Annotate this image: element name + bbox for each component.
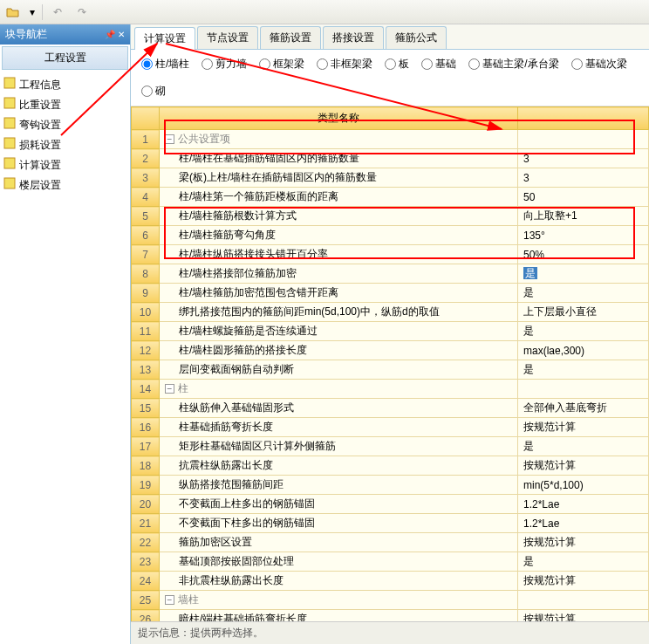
- table-row[interactable]: 22箍筋加密区设置按规范计算: [132, 533, 649, 552]
- row-name[interactable]: 箍筋加密区设置: [160, 533, 518, 552]
- row-name[interactable]: 柱纵筋伸入基础锚固形式: [160, 399, 518, 418]
- collapse-icon[interactable]: −: [165, 384, 174, 394]
- row-name[interactable]: −墙柱: [160, 591, 518, 610]
- tab-2[interactable]: 箍筋设置: [260, 26, 321, 49]
- radio-7[interactable]: 基础次梁: [571, 57, 627, 72]
- row-value[interactable]: 50: [518, 188, 649, 207]
- row-value[interactable]: 是: [518, 437, 649, 456]
- row-name[interactable]: 层间变截面钢筋自动判断: [160, 360, 518, 380]
- row-name[interactable]: 柱/墙柱纵筋搭接接头错开百分率: [160, 245, 518, 264]
- row-value[interactable]: 按规范计算: [518, 610, 649, 622]
- dropdown-icon[interactable]: ▾: [28, 3, 37, 22]
- row-name[interactable]: 纵筋搭接范围箍筋间距: [160, 476, 518, 495]
- row-value[interactable]: 按规范计算: [518, 418, 649, 437]
- radio-input-2[interactable]: [259, 58, 270, 70]
- row-value[interactable]: [518, 591, 649, 610]
- row-name[interactable]: −公共设置项: [160, 130, 518, 149]
- row-value[interactable]: [518, 380, 649, 399]
- radio-2[interactable]: 框架梁: [259, 57, 304, 72]
- radio-input-8[interactable]: [141, 86, 153, 97]
- table-row[interactable]: 2柱/墙柱在基础插筋锚固区内的箍筋数量3: [132, 149, 649, 168]
- table-row[interactable]: 19纵筋搭接范围箍筋间距min(5*d,100): [132, 476, 649, 495]
- row-value[interactable]: 是: [518, 322, 649, 341]
- table-row[interactable]: 18抗震柱纵筋露出长度按规范计算: [132, 456, 649, 476]
- row-value[interactable]: min(5*d,100): [518, 476, 649, 495]
- undo-icon[interactable]: ↶: [48, 3, 67, 22]
- radio-3[interactable]: 非框架梁: [317, 57, 372, 72]
- table-row[interactable]: 4柱/墙柱第一个箍筋距楼板面的距离50: [132, 188, 649, 207]
- row-name[interactable]: 柱/墙柱箍筋加密范围包含错开距离: [160, 284, 518, 303]
- table-row[interactable]: 8柱/墙柱搭接部位箍筋加密是: [132, 264, 649, 284]
- table-row[interactable]: 21不变截面下柱多出的钢筋锚固1.2*Lae: [132, 514, 649, 533]
- table-row[interactable]: 16柱基础插筋弯折长度按规范计算: [132, 418, 649, 437]
- tab-4[interactable]: 箍筋公式: [386, 26, 447, 49]
- radio-input-7[interactable]: [571, 58, 583, 70]
- table-row[interactable]: 24非抗震柱纵筋露出长度按规范计算: [132, 572, 649, 591]
- row-value[interactable]: 3: [518, 149, 649, 168]
- row-name[interactable]: 梁(板)上柱/墙柱在插筋锚固区内的箍筋数量: [160, 168, 518, 188]
- sidebar-item-4[interactable]: 计算设置: [2, 155, 128, 175]
- table-row[interactable]: 17矩形柱基础锚固区只计算外侧箍筋是: [132, 437, 649, 456]
- table-row[interactable]: 23基础顶部按嵌固部位处理是: [132, 552, 649, 572]
- sidebar-item-5[interactable]: 楼层设置: [2, 175, 128, 195]
- row-value[interactable]: 上下层最小直径: [518, 303, 649, 322]
- table-row[interactable]: 1−公共设置项: [132, 130, 649, 149]
- row-name[interactable]: −柱: [160, 380, 518, 399]
- radio-input-3[interactable]: [317, 58, 328, 70]
- row-value[interactable]: 向上取整+1: [518, 207, 649, 226]
- row-name[interactable]: 柱/墙柱螺旋箍筋是否连续通过: [160, 322, 518, 341]
- row-name[interactable]: 非抗震柱纵筋露出长度: [160, 572, 518, 591]
- row-value[interactable]: 是: [518, 552, 649, 572]
- table-row[interactable]: 7柱/墙柱纵筋搭接接头错开百分率50%: [132, 245, 649, 264]
- redo-icon[interactable]: ↷: [72, 3, 92, 22]
- tab-3[interactable]: 搭接设置: [323, 26, 384, 49]
- table-row[interactable]: 13层间变截面钢筋自动判断是: [132, 360, 649, 380]
- row-name[interactable]: 绑扎搭接范围内的箍筋间距min(5d,100)中，纵筋d的取值: [160, 303, 518, 322]
- radio-1[interactable]: 剪力墙: [202, 57, 247, 72]
- table-row[interactable]: 15柱纵筋伸入基础锚固形式全部伸入基底弯折: [132, 399, 649, 418]
- collapse-icon[interactable]: −: [165, 595, 174, 605]
- radio-4[interactable]: 板: [385, 57, 409, 72]
- folder-open-icon[interactable]: [3, 3, 23, 22]
- tab-1[interactable]: 节点设置: [197, 26, 258, 49]
- table-row[interactable]: 25−墙柱: [132, 591, 649, 610]
- sidebar-item-1[interactable]: 比重设置: [2, 95, 128, 115]
- table-row[interactable]: 9柱/墙柱箍筋加密范围包含错开距离是: [132, 284, 649, 303]
- pin-icon[interactable]: 📌 ✕: [105, 30, 125, 39]
- radio-6[interactable]: 基础主梁/承台梁: [468, 57, 558, 72]
- tab-0[interactable]: 计算设置: [134, 27, 195, 50]
- row-value[interactable]: 全部伸入基底弯折: [518, 399, 649, 418]
- radio-input-4[interactable]: [385, 58, 396, 70]
- radio-5[interactable]: 基础: [421, 57, 456, 72]
- table-row[interactable]: 14−柱: [132, 380, 649, 399]
- row-name[interactable]: 柱/墙柱箍筋根数计算方式: [160, 207, 518, 226]
- row-value[interactable]: 是: [518, 284, 649, 303]
- sidebar-subtitle[interactable]: 工程设置: [2, 46, 128, 70]
- row-value[interactable]: 按规范计算: [518, 572, 649, 591]
- row-value[interactable]: 按规范计算: [518, 456, 649, 476]
- radio-input-6[interactable]: [468, 58, 480, 70]
- row-value[interactable]: 1.2*Lae: [518, 495, 649, 514]
- row-value[interactable]: 135°: [518, 226, 649, 245]
- row-value[interactable]: 3: [518, 168, 649, 188]
- row-name[interactable]: 矩形柱基础锚固区只计算外侧箍筋: [160, 437, 518, 456]
- row-name[interactable]: 不变截面下柱多出的钢筋锚固: [160, 514, 518, 533]
- row-name[interactable]: 基础顶部按嵌固部位处理: [160, 552, 518, 572]
- sidebar-item-2[interactable]: 弯钩设置: [2, 115, 128, 135]
- row-name[interactable]: 柱/墙柱圆形箍筋的搭接长度: [160, 341, 518, 360]
- row-name[interactable]: 柱/墙柱第一个箍筋距楼板面的距离: [160, 188, 518, 207]
- table-row[interactable]: 12柱/墙柱圆形箍筋的搭接长度max(lae,300): [132, 341, 649, 360]
- row-name[interactable]: 柱/墙柱搭接部位箍筋加密: [160, 264, 518, 284]
- table-row[interactable]: 26暗柱/端柱基础插筋弯折长度按规范计算: [132, 610, 649, 622]
- table-row[interactable]: 11柱/墙柱螺旋箍筋是否连续通过是: [132, 322, 649, 341]
- row-name[interactable]: 抗震柱纵筋露出长度: [160, 456, 518, 476]
- table-row[interactable]: 5柱/墙柱箍筋根数计算方式向上取整+1: [132, 207, 649, 226]
- collapse-icon[interactable]: −: [165, 134, 174, 144]
- row-value[interactable]: 1.2*Lae: [518, 514, 649, 533]
- row-name[interactable]: 柱基础插筋弯折长度: [160, 418, 518, 437]
- row-value[interactable]: 是: [518, 264, 649, 284]
- sidebar-item-0[interactable]: 工程信息: [2, 75, 128, 95]
- row-name[interactable]: 暗柱/端柱基础插筋弯折长度: [160, 610, 518, 622]
- radio-0[interactable]: 柱/墙柱: [141, 57, 189, 72]
- table-row[interactable]: 20不变截面上柱多出的钢筋锚固1.2*Lae: [132, 495, 649, 514]
